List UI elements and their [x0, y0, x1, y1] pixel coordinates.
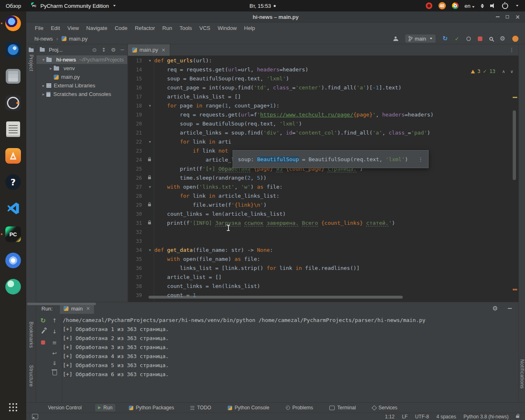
dock-show-applications-icon[interactable]	[4, 398, 22, 416]
dock-thunderbird-icon[interactable]	[4, 41, 22, 59]
toolwindow-toggle-icon[interactable]	[32, 414, 38, 419]
next-problem-icon[interactable]: ∨	[510, 69, 514, 74]
line-number[interactable]: 29	[128, 201, 142, 210]
lock-icon[interactable]	[516, 415, 519, 418]
indent-style[interactable]: 4 spaces	[436, 414, 456, 420]
hide-panel-icon[interactable]: ─	[121, 47, 124, 53]
down-stack-icon[interactable]: ↓	[50, 327, 59, 336]
up-stack-icon[interactable]: ↑	[50, 316, 59, 324]
chevron-right-icon[interactable]: ▸	[48, 66, 54, 71]
code-line[interactable]: 34▾def get_data(file_name: str) -> None:	[128, 246, 518, 255]
line-number[interactable]: 25	[128, 164, 142, 173]
clear-console-icon[interactable]	[50, 369, 59, 377]
dock-firefox-icon[interactable]	[4, 14, 22, 32]
project-panel-header[interactable]: Proj... ⊙ ↕ ⚙ ─	[37, 44, 127, 55]
line-number[interactable]: 22	[128, 137, 142, 146]
tree-item-venv[interactable]: ▸ venv	[37, 64, 127, 73]
tree-item-external-libraries[interactable]: ▸ External Libraries	[37, 81, 127, 90]
line-number[interactable]: 39	[128, 291, 142, 300]
menu-file[interactable]: File	[31, 25, 47, 31]
maximize-button[interactable]	[506, 15, 509, 18]
toolwindow-python-console[interactable]: Python Console	[225, 404, 272, 411]
debug-disabled-icon[interactable]	[466, 37, 471, 41]
tab-options-icon[interactable]: ⋮	[509, 47, 514, 53]
tree-item-project-root[interactable]: ▾ hi-news ~/PycharmProjects	[37, 55, 127, 64]
avatar[interactable]	[512, 36, 518, 42]
code-line[interactable]: 26 time.sleep(randrange(2, 5))	[128, 173, 518, 183]
line-number[interactable]: 14	[128, 65, 142, 74]
line-separator[interactable]: LF	[402, 414, 408, 420]
code-line[interactable]: 16 count_page = int(soup.find('td', clas…	[128, 83, 518, 92]
warning-stripe-mark[interactable]	[513, 289, 517, 290]
chevron-down-icon[interactable]: ▾	[41, 57, 46, 62]
search-icon[interactable]	[489, 37, 493, 41]
close-tab-icon[interactable]: ×	[86, 306, 90, 311]
scroll-to-end-icon[interactable]: ⇓	[50, 359, 59, 367]
activities-button[interactable]: Обзор	[6, 3, 21, 9]
line-number[interactable]: 18	[128, 101, 142, 110]
code-line[interactable]: 29 file.write(f'{link}\n')	[128, 201, 518, 210]
settings-gear-icon[interactable]: ⚙	[111, 47, 116, 53]
keyboard-layout[interactable]: en	[465, 3, 475, 9]
toolwindow-todo[interactable]: TODO	[187, 404, 214, 411]
code-line[interactable]: 28 for link in article_links_list:	[128, 192, 518, 201]
stop-icon[interactable]	[478, 37, 482, 41]
code-line[interactable]: 33	[128, 237, 518, 246]
line-number[interactable]: 21	[128, 128, 142, 137]
line-number[interactable]: 38	[128, 282, 142, 291]
code-line[interactable]: 19 req = requests.get(url=f'https://www.…	[128, 110, 518, 119]
settings-gear-icon[interactable]: ⚙	[493, 305, 498, 312]
horizontal-scrollbar[interactable]	[148, 296, 403, 299]
commit-check-icon[interactable]: ✓	[455, 36, 459, 42]
menu-edit[interactable]: Edit	[47, 25, 64, 31]
line-number[interactable]: 23	[128, 146, 142, 155]
code-line[interactable]: 30 count_links = len(article_links_list)	[128, 210, 518, 219]
toolwindow-run[interactable]: Run	[95, 404, 115, 411]
hide-panel-icon[interactable]	[508, 308, 512, 309]
toolstripe-bookmarks[interactable]: Bookmarks	[26, 322, 36, 348]
toolwindow-services[interactable]: Services	[370, 404, 400, 411]
code-line[interactable]: 22▾ for link in arti	[128, 137, 518, 146]
editor-tab-main-py[interactable]: main.py ×	[128, 44, 170, 56]
line-number[interactable]: 36	[128, 264, 142, 273]
minimize-button[interactable]	[496, 16, 500, 17]
line-number[interactable]: 13	[128, 56, 142, 65]
updates-badge[interactable]: 40	[438, 2, 446, 9]
git-branch-widget[interactable]: main	[405, 34, 436, 43]
code-editor[interactable]: 13▾def get_urls(url):14 req = requests.g…	[128, 56, 518, 302]
soft-wrap-icon[interactable]: ↩	[50, 349, 59, 357]
menu-navigate[interactable]: Navigate	[82, 25, 111, 31]
prev-problem-icon[interactable]: ∧	[502, 69, 505, 74]
menu-run[interactable]: Run	[159, 25, 176, 31]
run-console[interactable]: /home/camezal/PycharmProjects/parser/hi-…	[63, 316, 515, 402]
dock-globe-app-icon[interactable]	[4, 278, 22, 296]
tree-item-main-py[interactable]: main.py	[37, 73, 127, 81]
fold-icon[interactable]: ▾	[149, 246, 151, 255]
line-number[interactable]: 17	[128, 92, 142, 101]
close-tab-icon[interactable]: ×	[162, 47, 166, 53]
file-encoding[interactable]: UTF-8	[415, 414, 429, 420]
code-line[interactable]: 18▾ for page in range(1, count_page+1):	[128, 101, 518, 110]
fold-icon[interactable]: ▾	[149, 183, 151, 192]
dock-help-icon[interactable]	[4, 173, 22, 191]
line-number[interactable]: 34	[128, 246, 142, 255]
line-number[interactable]: 30	[128, 210, 142, 219]
stop-icon[interactable]	[39, 338, 47, 347]
breadcrumb-project[interactable]: hi-news	[34, 36, 53, 42]
screen-record-icon[interactable]	[426, 2, 432, 9]
power-icon[interactable]	[502, 3, 508, 9]
breadcrumb-file[interactable]: main.py	[69, 36, 88, 42]
dock-files-icon[interactable]	[4, 67, 22, 85]
toolstripe-structure[interactable]: Structure	[26, 365, 36, 387]
code-line[interactable]: 31 print(f'[INFO] Загрузка ссылок заверш…	[128, 219, 518, 228]
inspections-widget[interactable]: 3 ✓ 13 ∧∨	[471, 68, 514, 74]
locate-icon[interactable]: ⊙	[92, 47, 97, 53]
code-line[interactable]: 35 with open(file_name) as file:	[128, 255, 518, 264]
line-number[interactable]: 32	[128, 228, 142, 237]
line-number[interactable]: 35	[128, 255, 142, 264]
tree-item-scratches[interactable]: ▸ Scratches and Consoles	[37, 90, 127, 98]
code-line[interactable]: 13▾def get_urls(url):	[128, 56, 518, 65]
code-line[interactable]: 27▾ with open('links.txt', 'w') as file:	[128, 183, 518, 192]
clock[interactable]: Вт, 15:53	[249, 3, 276, 9]
chevron-down-icon[interactable]	[516, 5, 518, 7]
